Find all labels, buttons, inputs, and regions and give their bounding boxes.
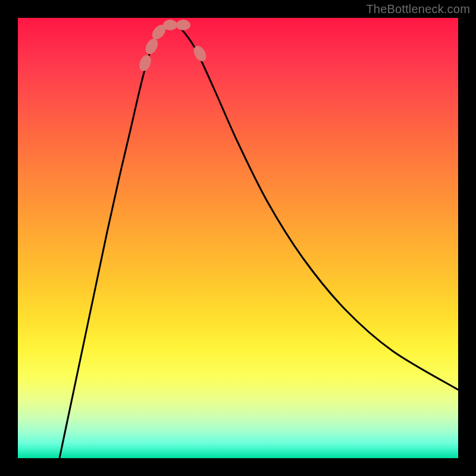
marker-dot [163,20,177,30]
curve-svg [18,18,458,458]
bottleneck-curve [60,24,458,458]
plot-area [18,18,458,458]
watermark-text: TheBottleneck.com [366,2,470,16]
curve-markers [137,20,209,73]
marker-dot [176,20,190,30]
marker-dot [143,36,160,56]
marker-dot [137,54,153,73]
chart-frame: TheBottleneck.com [0,0,476,476]
